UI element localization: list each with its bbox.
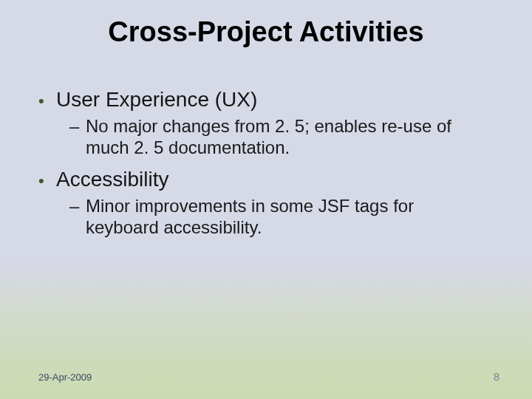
footer-page-number: 8 [494, 370, 499, 383]
sub-bullet-item: – No major changes from 2. 5; enables re… [69, 116, 494, 159]
footer-date: 29-Apr-2009 [38, 372, 92, 383]
slide-content: • User Experience (UX) – No major change… [38, 89, 494, 249]
dash-icon: – [69, 117, 86, 136]
sub-bullet-item: – Minor improvements in some JSF tags fo… [69, 196, 494, 239]
bullet-icon: • [38, 173, 56, 189]
slide: Cross-Project Activities • User Experien… [0, 0, 532, 399]
dash-icon: – [69, 197, 86, 216]
slide-title: Cross-Project Activities [0, 16, 532, 48]
bullet-text: Accessibility [56, 168, 168, 191]
sub-bullet-text: Minor improvements in some JSF tags for … [86, 196, 485, 239]
bullet-text: User Experience (UX) [56, 89, 257, 112]
bullet-item: • Accessibility [38, 168, 494, 191]
sub-bullet-text: No major changes from 2. 5; enables re-u… [86, 116, 485, 159]
bullet-icon: • [38, 93, 56, 109]
bullet-item: • User Experience (UX) [38, 89, 494, 112]
